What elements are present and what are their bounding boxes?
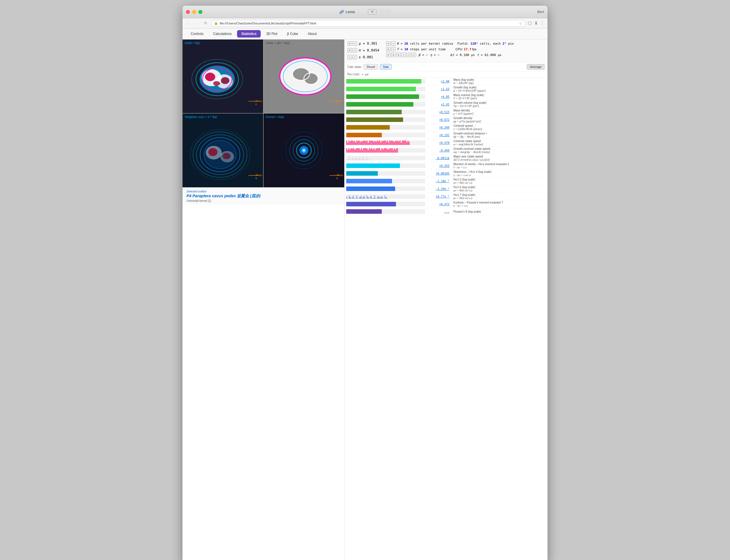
stat-bar: [345, 108, 427, 116]
tab-controls[interactable]: Controls: [186, 30, 208, 38]
stat-value[interactable]: -0.449: [427, 147, 451, 154]
stat-value[interactable]: +1.63: [427, 85, 451, 93]
stat-value[interactable]: +2.43: [427, 101, 451, 108]
svg-rect-218: [379, 196, 379, 199]
stat-value[interactable]: +0.672: [427, 116, 451, 123]
sigma-plus-btn[interactable]: +: [347, 48, 352, 53]
svg-rect-84: [385, 140, 386, 145]
tab-betacube[interactable]: β Cube: [283, 30, 302, 38]
stat-value[interactable]: -3.29e⁻⁴: [427, 185, 451, 192]
download-icon[interactable]: ⬇: [534, 20, 538, 26]
stat-formula: Moment of inertia – Hu's moment invarian…: [451, 162, 547, 169]
back-button[interactable]: ‹: [185, 20, 192, 26]
menu-icon[interactable]: ⋮: [540, 20, 545, 26]
svg-rect-165: [357, 160, 358, 160]
svg-rect-163: [356, 158, 356, 160]
average-button[interactable]: Average: [527, 64, 545, 70]
mu-minus-btn[interactable]: −: [352, 41, 357, 46]
stat-name: Centroid speed →: [453, 124, 545, 127]
r-minus-btn[interactable]: −: [391, 41, 396, 46]
tab-statistics[interactable]: Statistics: [237, 30, 261, 38]
svg-rect-201: [364, 196, 365, 199]
svg-rect-127: [370, 149, 371, 153]
stat-value[interactable]: +4.05: [427, 93, 451, 100]
stat-value[interactable]: +0.555: [427, 162, 451, 169]
svg-text:R: R: [256, 177, 257, 180]
svg-rect-63: [361, 141, 362, 145]
url-bar[interactable]: 🔒 file:///Users/ChanSzeto/Documents/Life…: [211, 20, 526, 27]
beta-minus3-btn[interactable]: −: [412, 53, 416, 57]
svg-rect-153: [347, 160, 348, 160]
beta-plus3-btn[interactable]: +: [396, 53, 401, 57]
close-button[interactable]: [186, 10, 190, 14]
beta-plus2-btn[interactable]: +: [391, 53, 396, 57]
stat-row: +8.77e⁻⁹ Hu's 7 (log scale) φ₇ = Im(c₃₀c…: [345, 193, 547, 200]
mu-value: μ = 0.301: [359, 42, 381, 45]
stat-value[interactable]: +0.472: [427, 200, 451, 208]
stat-row: -0.449 Growth-centroid rotate speed ωg =…: [345, 147, 547, 154]
viz-panel: Field = f(x): [183, 40, 345, 560]
svg-rect-74: [374, 142, 374, 145]
tab-close[interactable]: ✕: [368, 9, 377, 14]
svg-rect-188: [353, 196, 354, 199]
beta-eta-row: + + + − − − β = − η = − Δt = 0.100 μs: [386, 53, 514, 57]
stat-name: Hu's 6 (log scale): [453, 186, 545, 189]
stat-value[interactable]: +0.344: [427, 124, 451, 131]
stat-formula-text: φ₅ = Re(c₃₀c²₁₂): [453, 181, 545, 184]
tab-3dplot[interactable]: 3D Plot: [262, 30, 281, 38]
stat-value[interactable]: -1.18e⁻⁶: [427, 177, 451, 185]
field-viz: Field = f(x): [183, 40, 263, 113]
svg-rect-195: [359, 197, 360, 199]
svg-point-6: [205, 73, 215, 81]
minimize-button[interactable]: [192, 10, 196, 14]
svg-rect-85: [386, 142, 387, 145]
delta-viz: Delta = d(k * f(x)): [264, 40, 344, 113]
stat-value[interactable]: +2.08: [427, 78, 451, 85]
stat-name: Growth volume (log scale): [453, 101, 545, 104]
t-plus-btn[interactable]: +: [386, 47, 391, 51]
svg-rect-108: [349, 148, 349, 153]
stat-button[interactable]: Stat: [380, 64, 392, 70]
r-plus-btn[interactable]: +: [386, 41, 391, 46]
mu-row: + − μ = 0.301: [347, 41, 381, 46]
sigma-minus-btn[interactable]: −: [352, 48, 357, 53]
beta-minus2-btn[interactable]: −: [407, 53, 411, 57]
bookmark-icon[interactable]: ☆: [519, 21, 522, 26]
extensions-icon[interactable]: ⬡: [528, 20, 532, 26]
t-minus-btn[interactable]: −: [391, 47, 396, 51]
neighbor-label: Neighbor sum = k * f(x): [185, 115, 217, 119]
svg-rect-54: [351, 140, 352, 145]
svg-rect-77: [377, 140, 378, 145]
t-value: T = 10 steps per unit time: [397, 47, 446, 51]
stat-value[interactable]: -0.00116: [427, 154, 451, 162]
tab-calculations[interactable]: Calculations: [209, 30, 236, 38]
stat-value[interactable]: +0.515: [427, 108, 451, 116]
stat-formula-text: ρg = g/Vg [μg/(μm²·μs)]: [453, 120, 545, 123]
maximize-button[interactable]: [198, 10, 202, 14]
stat-formula: Mass density ρ = m/V [μg/μm²]: [451, 108, 547, 116]
reset-button[interactable]: Reset: [364, 64, 378, 70]
stat-value[interactable]: +0.191: [427, 131, 451, 139]
stat-value[interactable]: ...: [427, 208, 451, 215]
svg-rect-70: [369, 140, 370, 145]
tab-about[interactable]: About: [304, 30, 321, 38]
stat-value[interactable]: +0.00105: [427, 170, 451, 177]
beta-minus1-btn[interactable]: −: [401, 53, 406, 57]
svg-rect-216: [377, 197, 378, 199]
svg-rect-100: [403, 140, 404, 145]
forward-button[interactable]: ›: [194, 20, 200, 26]
step-down-btn[interactable]: ↓: [347, 55, 352, 59]
stat-name: Major axis rotate speed: [453, 155, 545, 158]
svg-rect-110: [351, 148, 352, 153]
reload-button[interactable]: ↻: [202, 20, 209, 26]
beta-plus1-btn[interactable]: +: [386, 53, 391, 57]
stat-value[interactable]: +0.978: [427, 139, 451, 146]
stat-formula: Major axis rotate speed Δ(1/2 arctan(²μ₁…: [451, 154, 547, 162]
svg-rect-174: [365, 160, 366, 160]
mu-plus-btn[interactable]: +: [347, 41, 352, 46]
step-up-btn[interactable]: ↑: [352, 55, 357, 59]
new-tab[interactable]: [379, 9, 391, 15]
svg-rect-95: [397, 140, 398, 145]
stat-value[interactable]: +8.77e⁻⁹: [427, 193, 451, 200]
stat-formula: Hu's 5 (log scale) φ₅ = Re(c₃₀c²₁₂): [451, 177, 547, 185]
